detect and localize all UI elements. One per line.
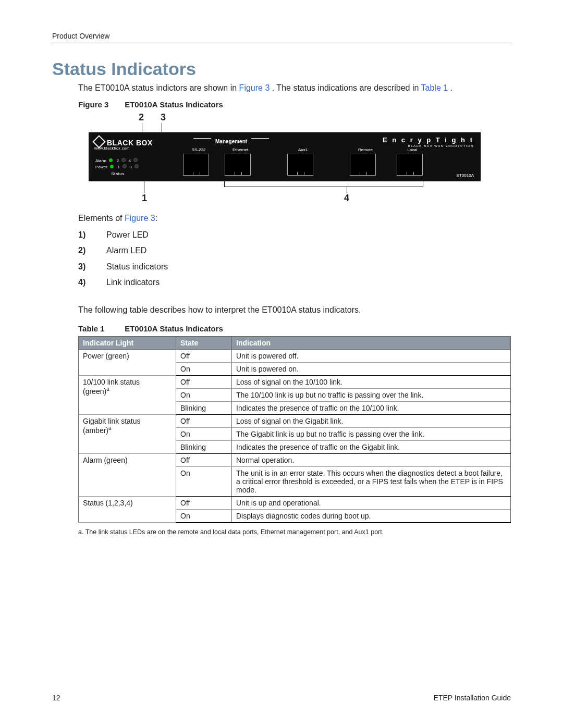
intro-pre: The ET0010A status indictors are shown i…	[78, 83, 239, 92]
cell-state: On	[176, 509, 232, 523]
port-label: RS-232	[183, 147, 214, 152]
elements-intro: Elements of Figure 3:	[78, 214, 511, 223]
cell-state: On	[176, 362, 232, 375]
cell-indication: Unit is powered off.	[232, 349, 511, 362]
table-row: Alarm (green)OffNormal operation.	[79, 453, 511, 466]
cell-indication: Loss of signal on the Gigabit link.	[232, 414, 511, 427]
port-label: Ethernet	[225, 147, 256, 152]
brand-logo: BLACK BOX	[94, 137, 153, 147]
table-caption: Table 1 ET0010A Status Indicators	[78, 324, 511, 333]
page-title: Status Indicators	[52, 59, 511, 79]
cell-indication: Indicates the presence of traffic on the…	[232, 440, 511, 453]
intro-post: .	[450, 83, 452, 92]
cell-state: Blinking	[176, 401, 232, 414]
annotation-4: 4	[344, 193, 349, 204]
model-label: ET0010A	[457, 173, 474, 178]
cell-state: Off	[176, 496, 232, 509]
table-intro: The following table describes how to int…	[78, 305, 511, 315]
table-row: Status (1,2,3,4)OffUnit is up and operat…	[79, 496, 511, 509]
intro-paragraph: The ET0010A status indictors are shown i…	[78, 83, 511, 93]
cell-state: Off	[176, 375, 232, 388]
led-block: Alarm 2 4 Power 1 3 Status	[95, 158, 140, 177]
header-section: Product Overview	[52, 31, 511, 43]
header-section-text: Product Overview	[52, 32, 109, 40]
annotation-1: 1	[142, 193, 147, 204]
intro-mid: . The status indications are described i…	[272, 83, 421, 92]
cell-indication: Displays diagnostic codes during boot up…	[232, 509, 511, 523]
list-item: 3)Status indicators	[78, 259, 511, 275]
cell-indication: Loss of signal on the 10/100 link.	[232, 375, 511, 388]
cell-state: Blinking	[176, 440, 232, 453]
col-header: Indicator Light	[79, 336, 176, 349]
cell-indication: Indicates the presence of traffic on the…	[232, 401, 511, 414]
port-label: Local	[397, 147, 428, 152]
cell-indicator: 10/100 link status(green)a	[79, 375, 176, 414]
port-icon	[350, 154, 376, 176]
cell-state: On	[176, 466, 232, 496]
product-name: E n c r y p T i g h t	[383, 136, 474, 144]
list-item: 1)Power LED	[78, 227, 511, 243]
port-icon	[183, 154, 209, 176]
figure-xref[interactable]: Figure 3	[239, 83, 270, 92]
port-icon	[397, 154, 423, 176]
device-panel: BLACK BOX www.blackbox.com E n c r y p T…	[89, 132, 481, 181]
annotation-3: 3	[161, 112, 166, 123]
elements-list: 1)Power LED 2)Alarm LED 3)Status indicat…	[78, 227, 511, 291]
cell-indicator: Status (1,2,3,4)	[79, 496, 176, 523]
table-label: Table 1	[78, 324, 123, 333]
table-row: Gigabit link status(amber)aOffLoss of si…	[79, 414, 511, 427]
cell-indication: Unit is up and operational.	[232, 496, 511, 509]
figure-caption: Figure 3 ET0010A Status Indicators	[78, 100, 511, 109]
figure-xref[interactable]: Figure 3	[125, 214, 155, 223]
port-icon	[225, 154, 251, 176]
port-label: Aux1	[287, 147, 319, 152]
list-item: 4)Link indicators	[78, 275, 511, 290]
cell-indicator: Power (green)	[79, 349, 176, 375]
table-row: 10/100 link status(green)aOffLoss of sig…	[79, 375, 511, 388]
cell-state: Off	[176, 453, 232, 466]
cell-indication: The Gigabit link is up but no traffic is…	[232, 427, 511, 440]
col-header: State	[176, 336, 232, 349]
page-number: 12	[52, 694, 60, 702]
table-footnote: a. The link status LEDs are on the remot…	[78, 528, 511, 536]
annotation-2: 2	[139, 112, 144, 123]
table-row: Power (green)OffUnit is powered off.	[79, 349, 511, 362]
port-label: Remote	[350, 147, 381, 152]
cell-indication: Unit is powered on.	[232, 362, 511, 375]
brand-url: www.blackbox.com	[94, 146, 130, 150]
figure-image: 2 3 BLACK BOX www.blackbox.com E n c r y…	[89, 112, 511, 205]
cell-indication: The 10/100 link is up but no traffic is …	[232, 388, 511, 401]
col-header: Indication	[232, 336, 511, 349]
cell-indication: Normal operation.	[232, 453, 511, 466]
cell-indication: The unit is in an error state. This occu…	[232, 466, 511, 496]
figure-label: Figure 3	[78, 100, 123, 109]
cell-indicator: Gigabit link status(amber)a	[79, 414, 176, 453]
port-icon	[287, 154, 313, 176]
cell-indicator: Alarm (green)	[79, 453, 176, 496]
table-caption-text: ET0010A Status Indicators	[125, 324, 223, 333]
management-label: Management	[193, 138, 269, 144]
cell-state: Off	[176, 414, 232, 427]
figure-caption-text: ET0010A Status Indicators	[125, 100, 223, 109]
table-xref[interactable]: Table 1	[421, 83, 448, 92]
cell-state: On	[176, 388, 232, 401]
indicator-table: Indicator Light State Indication Power (…	[78, 336, 511, 523]
list-item: 2)Alarm LED	[78, 243, 511, 258]
cell-state: On	[176, 427, 232, 440]
cell-state: Off	[176, 349, 232, 362]
doc-title: ETEP Installation Guide	[434, 694, 511, 702]
page-footer: 12 ETEP Installation Guide	[52, 694, 511, 702]
